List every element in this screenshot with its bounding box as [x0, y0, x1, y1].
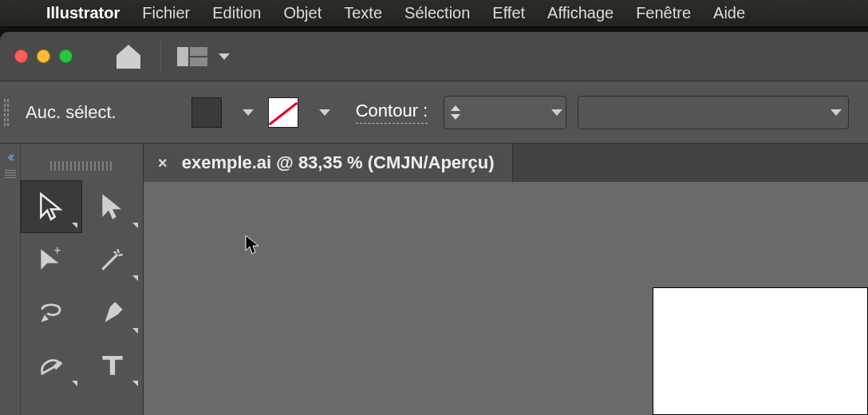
controlbar-grip[interactable]	[3, 98, 10, 127]
magic-wand-icon	[97, 244, 128, 275]
selection-arrow-icon	[36, 192, 66, 222]
stroke-color-dropdown[interactable]	[310, 97, 333, 128]
curvature-tool[interactable]	[21, 338, 82, 391]
direct-selection-arrow-icon	[97, 192, 128, 222]
chevron-down-icon	[243, 109, 254, 116]
collapse-chevrons-icon: ‹‹	[8, 148, 13, 165]
chevron-down-icon	[551, 109, 562, 116]
tool-flyout-indicator	[132, 223, 138, 228]
chevron-down-icon	[831, 109, 842, 116]
home-button[interactable]	[112, 41, 144, 73]
stroke-color-swatch[interactable]	[268, 97, 298, 128]
stroke-label[interactable]: Contour :	[356, 101, 428, 124]
fill-color-dropdown[interactable]	[233, 97, 257, 128]
selection-tool[interactable]	[21, 180, 82, 233]
menu-effet[interactable]: Effet	[492, 4, 525, 22]
window-titlebar	[0, 32, 868, 81]
caret-down-icon	[451, 114, 460, 120]
pen-icon	[97, 297, 128, 327]
fill-color-swatch[interactable]	[191, 97, 222, 128]
direct-selection-tool[interactable]	[82, 180, 144, 233]
menu-fenetre[interactable]: Fenêtre	[636, 4, 691, 22]
tool-flyout-indicator	[72, 381, 77, 386]
stroke-weight-stepper[interactable]	[444, 96, 566, 129]
selection-status-label: Auc. sélect.	[26, 102, 116, 123]
canvas[interactable]	[144, 182, 868, 415]
tools-panel-grip[interactable]	[50, 161, 114, 171]
menu-edition[interactable]: Edition	[212, 4, 261, 22]
app-window: Auc. sélect. Contour : ‹‹	[0, 32, 868, 415]
document-tab[interactable]: × exemple.ai @ 83,35 % (CMJN/Aperçu)	[144, 144, 513, 182]
caret-up-icon	[451, 105, 460, 111]
window-close-button[interactable]	[14, 49, 28, 63]
menu-aide[interactable]: Aide	[713, 4, 745, 22]
home-icon	[112, 41, 144, 73]
macos-menubar: Illustrator Fichier Edition Objet Texte …	[0, 0, 868, 27]
menu-selection[interactable]: Sélection	[404, 4, 470, 22]
panel-collapse-strip[interactable]: ‹‹	[0, 144, 21, 415]
lasso-icon	[36, 297, 66, 327]
stroke-weight-dropdown[interactable]	[542, 97, 566, 128]
tool-flyout-indicator	[132, 275, 138, 281]
menu-affichage[interactable]: Affichage	[547, 4, 614, 22]
chevron-down-icon	[219, 53, 230, 60]
tool-flyout-indicator	[72, 223, 77, 228]
chevron-down-icon	[319, 109, 330, 116]
curvature-pen-icon	[36, 350, 66, 380]
artboard[interactable]	[653, 287, 868, 415]
panel-grip[interactable]	[5, 170, 16, 178]
document-tab-bar: × exemple.ai @ 83,35 % (CMJN/Aperçu)	[144, 144, 868, 182]
tool-flyout-indicator	[132, 381, 138, 386]
window-controls	[14, 49, 73, 63]
window-minimize-button[interactable]	[37, 49, 50, 63]
svg-text:+: +	[53, 244, 61, 257]
workspace-layout-icon	[177, 47, 207, 66]
work-zone: ‹‹	[0, 144, 868, 415]
menu-texte[interactable]: Texte	[344, 4, 382, 22]
workspace-layout-button[interactable]	[177, 47, 230, 66]
document-area: × exemple.ai @ 83,35 % (CMJN/Aperçu)	[144, 144, 868, 415]
tab-close-button[interactable]: ×	[158, 154, 168, 172]
menu-app-name[interactable]: Illustrator	[46, 4, 120, 22]
group-selection-tool[interactable]: +	[21, 233, 82, 286]
stepper-arrows[interactable]	[444, 105, 467, 120]
stroke-profile-dropdown[interactable]	[578, 96, 849, 129]
document-tab-title: exemple.ai @ 83,35 % (CMJN/Aperçu)	[182, 152, 495, 173]
tools-panel: +	[21, 144, 144, 415]
control-bar: Auc. sélect. Contour :	[0, 81, 868, 144]
magic-wand-tool[interactable]	[82, 233, 144, 286]
group-selection-icon: +	[36, 244, 66, 275]
menu-objet[interactable]: Objet	[283, 4, 322, 22]
pen-tool[interactable]	[82, 286, 144, 338]
window-zoom-button[interactable]	[59, 49, 73, 63]
type-icon	[97, 350, 128, 380]
titlebar-divider	[160, 41, 161, 73]
type-tool[interactable]	[82, 338, 144, 391]
lasso-tool[interactable]	[21, 286, 82, 338]
mouse-cursor-icon	[244, 235, 260, 255]
tool-flyout-indicator	[132, 328, 138, 334]
menu-fichier[interactable]: Fichier	[142, 4, 190, 22]
